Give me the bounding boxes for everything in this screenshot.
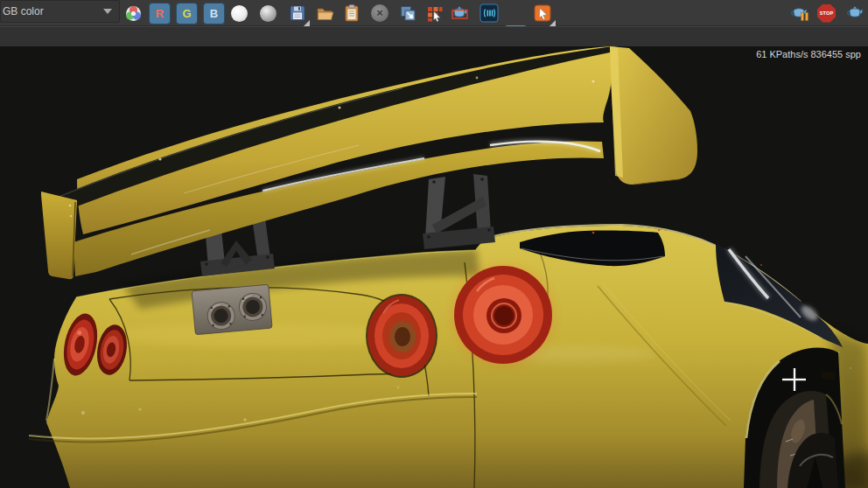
clipboard-button[interactable] [343,3,360,24]
flyout-corner [304,20,310,26]
taillight-right-outer [366,294,438,378]
channel-dropdown[interactable]: GB color [0,0,120,23]
clipboard-icon [343,3,360,23]
clone-icon [398,3,417,23]
folder-open-icon [315,3,336,23]
save-image-button[interactable] [288,3,307,24]
channel-dropdown-value: GB color [1,5,103,17]
taillight-right-inner [451,262,556,367]
chevron-down-icon [103,9,112,14]
wing-mount-plate [192,284,272,334]
plugin-badge-icon [480,3,499,23]
teapot-region-icon [449,3,471,23]
x-circle-icon: × [371,4,388,22]
pixel-picker-button[interactable] [425,3,444,24]
reflection-dot [592,232,595,234]
red-channel-button[interactable]: R [149,3,171,24]
color-wheel-icon [124,4,143,23]
green-channel-label: G [182,7,191,20]
stop-render-button[interactable]: STOP [817,3,836,24]
red-channel-label: R [156,7,164,20]
render-stats: 61 KPaths/s 836455 spp [756,49,861,59]
pause-render-button[interactable] [789,3,811,24]
open-image-button[interactable] [315,3,336,24]
reflection-dot [658,229,660,231]
flyout-corner [550,20,556,26]
object-picker-button[interactable] [533,3,553,24]
teapot-render-icon [844,3,867,23]
render-viewport[interactable]: 61 KPaths/s 836455 spp [0,46,868,488]
framebuffer-toolbar: GB color R G B [0,0,868,26]
clone-buffer-button[interactable] [398,3,417,24]
gray-sphere-button[interactable] [260,3,276,24]
region-render-button[interactable] [449,3,471,24]
clear-image-button[interactable]: × [371,3,388,24]
white-sphere-icon [231,5,248,22]
blue-channel-label: B [210,7,218,20]
gray-sphere-icon [260,5,276,22]
plugin-badge-button[interactable] [480,3,499,24]
start-render-button[interactable] [844,3,867,24]
blue-channel-button[interactable]: B [203,3,225,24]
render-frame-window: GB color R G B [0,0,868,488]
car-render [0,46,868,488]
white-sphere-button[interactable] [231,3,248,24]
pixel-picker-icon [425,4,444,23]
teapot-pause-icon [789,3,811,23]
toolbar-spacer-strip [0,26,868,46]
stop-label: STOP [820,10,834,16]
color-wheel-button[interactable] [124,3,143,24]
green-channel-button[interactable]: G [176,3,198,24]
stop-sign-icon: STOP [817,4,836,23]
